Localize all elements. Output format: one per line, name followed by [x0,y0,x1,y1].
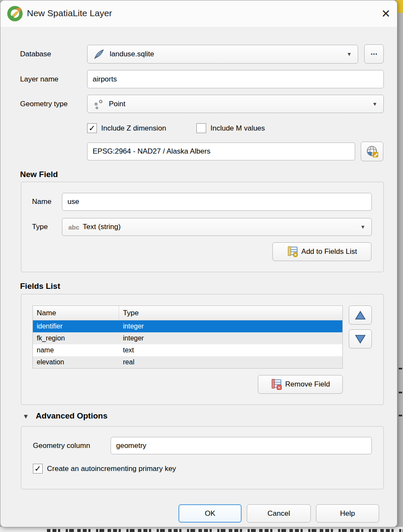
close-icon: ✕ [381,7,391,20]
cell-type[interactable]: real [119,358,342,366]
crs-input[interactable]: EPSG:2964 - NAD27 / Alaska Albers [87,142,355,160]
autoincrement-label[interactable]: Create an autoincrementing primary key [47,465,176,473]
check-icon: ✓ [35,464,41,474]
dialog-title: New SpatiaLite Layer [27,8,112,18]
field-name-label: Name [32,198,51,206]
field-type-value: Text (string) [83,223,121,231]
database-value: landuse.sqlite [110,50,154,58]
cancel-label: Cancel [268,509,290,518]
move-field-down-button[interactable] [349,329,372,349]
cell-name[interactable]: fk_region [33,334,119,342]
qgis-logo-icon [6,5,23,22]
svg-text:✶: ✶ [293,252,297,257]
new-field-section-title: New Field [20,170,58,179]
table-row[interactable]: elevation real [33,356,342,368]
add-field-icon: ✶ [287,246,299,258]
point-geometry-icon [93,99,104,109]
include-m-checkbox[interactable] [196,123,206,133]
add-to-fields-list-label: Add to Fields List [301,247,357,256]
advanced-options-title: Advanced Options [36,411,108,421]
ok-button[interactable]: OK [178,504,242,523]
fields-list-groupbox: Name Type identifier integer fk_region i… [21,294,384,405]
autoincrement-checkbox[interactable]: ✓ [33,464,43,474]
cancel-button[interactable]: Cancel [247,504,311,523]
add-to-fields-list-button[interactable]: ✶ Add to Fields List [272,242,371,261]
browse-database-button[interactable]: … [364,44,384,64]
include-m-label[interactable]: Include M values [210,124,265,133]
cell-type[interactable]: integer [119,323,342,330]
table-row[interactable]: name text [33,344,342,356]
cell-name[interactable]: identifier [33,323,119,330]
help-button[interactable]: Help [316,504,379,523]
ok-label: OK [205,509,216,518]
cell-type[interactable]: integer [119,334,342,342]
background-window-artifact [399,392,402,393]
cell-name[interactable]: elevation [33,358,119,366]
fields-table[interactable]: Name Type identifier integer fk_region i… [32,305,343,369]
background-window-artifact [399,368,402,369]
table-row[interactable]: fk_region integer [33,332,342,344]
geometry-type-label: Geometry type [20,100,68,108]
title-bar[interactable]: New SpatiaLite Layer ✕ [0,0,397,27]
geometry-column-value: geometry [116,442,146,450]
check-icon: ✓ [89,123,96,133]
geometry-type-value: Point [109,100,126,108]
background-window-clipped-text [47,529,403,532]
advanced-options-groupbox [21,426,384,489]
close-button[interactable]: ✕ [376,4,396,23]
include-z-label[interactable]: Include Z dimension [101,124,166,133]
help-label: Help [340,509,355,518]
move-field-up-button[interactable] [349,305,372,325]
layer-name-input[interactable]: airports [87,70,384,88]
spatialite-feather-icon [93,49,105,60]
geometry-type-combo[interactable]: Point ▼ [87,95,384,113]
advanced-options-header[interactable]: ▼ Advanced Options [23,411,108,421]
remove-field-button[interactable]: ✕ Remove Field [258,375,343,394]
database-label: Database [20,50,51,58]
field-type-combo[interactable]: abc Text (string) ▼ [62,218,372,236]
new-spatialite-layer-dialog: New SpatiaLite Layer ✕ Database landuse.… [0,0,397,527]
chevron-down-icon: ▼ [372,101,377,107]
background-window-artifact [399,415,402,416]
crs-value: EPSG:2964 - NAD27 / Alaska Albers [93,147,210,156]
layer-name-value: airports [93,75,117,84]
collapse-triangle-icon: ▼ [23,413,29,420]
geometry-column-label: Geometry column [33,442,90,450]
svg-text:✕: ✕ [277,385,281,390]
geometry-column-input[interactable]: geometry [111,437,372,454]
crs-globe-icon [365,145,379,158]
include-z-checkbox[interactable]: ✓ [87,123,97,133]
select-crs-button[interactable] [361,142,383,161]
chevron-down-icon: ▼ [360,224,365,230]
cell-name[interactable]: name [33,346,119,354]
layer-name-label: Layer name [20,75,58,84]
column-header-type[interactable]: Type [119,306,139,320]
fields-table-header[interactable]: Name Type [33,306,342,320]
abc-text-type-icon: abc [68,224,79,231]
up-arrow-icon [355,311,366,320]
background-window-bottom-strip [0,527,403,532]
column-header-name[interactable]: Name [33,306,119,320]
chevron-down-icon: ▼ [347,51,352,57]
cell-type[interactable]: text [119,346,342,354]
table-row[interactable]: identifier integer [33,320,342,332]
remove-field-label: Remove Field [285,380,330,389]
down-arrow-icon [355,334,366,344]
ellipsis-icon: … [371,48,378,57]
remove-field-icon: ✕ [271,378,283,390]
field-type-label: Type [32,223,48,231]
fields-list-section-title: Fields List [20,282,60,291]
database-combo[interactable]: landuse.sqlite ▼ [87,45,358,64]
field-name-value: use [67,198,79,206]
field-name-input[interactable]: use [62,193,372,211]
